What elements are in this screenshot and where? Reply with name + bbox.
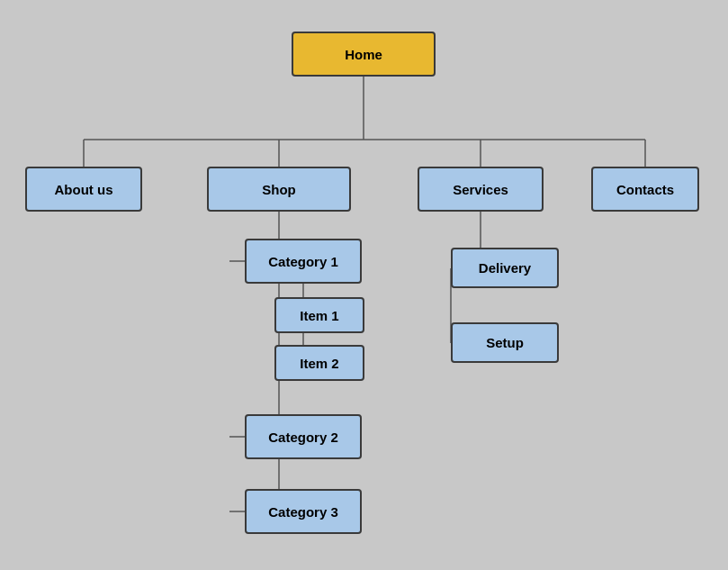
- cat3-label: Category 3: [268, 504, 338, 520]
- about-node[interactable]: About us: [25, 167, 142, 212]
- category1-node[interactable]: Category 1: [245, 239, 362, 284]
- diagram: Home About us Shop Services Contacts Cat…: [0, 0, 728, 570]
- about-label: About us: [55, 182, 113, 197]
- category3-node[interactable]: Category 3: [245, 489, 362, 534]
- home-node[interactable]: Home: [292, 32, 436, 77]
- item2-label: Item 2: [300, 356, 338, 371]
- setup-node[interactable]: Setup: [451, 322, 559, 363]
- item1-label: Item 1: [300, 308, 338, 323]
- contacts-node[interactable]: Contacts: [591, 167, 699, 212]
- category2-node[interactable]: Category 2: [245, 414, 362, 459]
- cat2-label: Category 2: [268, 430, 338, 445]
- home-label: Home: [345, 47, 382, 62]
- item2-node[interactable]: Item 2: [274, 345, 364, 381]
- delivery-node[interactable]: Delivery: [451, 248, 559, 288]
- cat1-label: Category 1: [268, 254, 338, 269]
- services-node[interactable]: Services: [418, 167, 544, 212]
- item1-node[interactable]: Item 1: [274, 297, 364, 333]
- shop-node[interactable]: Shop: [207, 167, 351, 212]
- shop-label: Shop: [262, 182, 296, 197]
- delivery-label: Delivery: [479, 260, 531, 276]
- contacts-label: Contacts: [616, 182, 674, 197]
- services-label: Services: [453, 182, 508, 197]
- connector-lines: [0, 0, 728, 570]
- setup-label: Setup: [486, 335, 524, 350]
